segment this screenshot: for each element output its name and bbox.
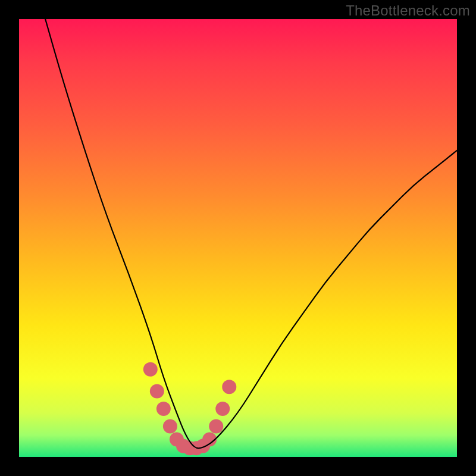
chart-frame: TheBottleneck.com xyxy=(0,0,476,476)
bottleneck-curve xyxy=(45,19,457,448)
highlight-dot xyxy=(156,402,171,416)
curve-svg xyxy=(19,19,457,457)
highlight-dot xyxy=(222,380,236,394)
plot-area xyxy=(19,19,457,457)
highlight-dot xyxy=(143,362,158,377)
highlight-dot xyxy=(209,419,223,433)
highlight-dot xyxy=(163,419,177,433)
highlight-dot xyxy=(150,384,164,399)
watermark-text: TheBottleneck.com xyxy=(346,2,470,19)
highlight-dot xyxy=(215,402,230,416)
